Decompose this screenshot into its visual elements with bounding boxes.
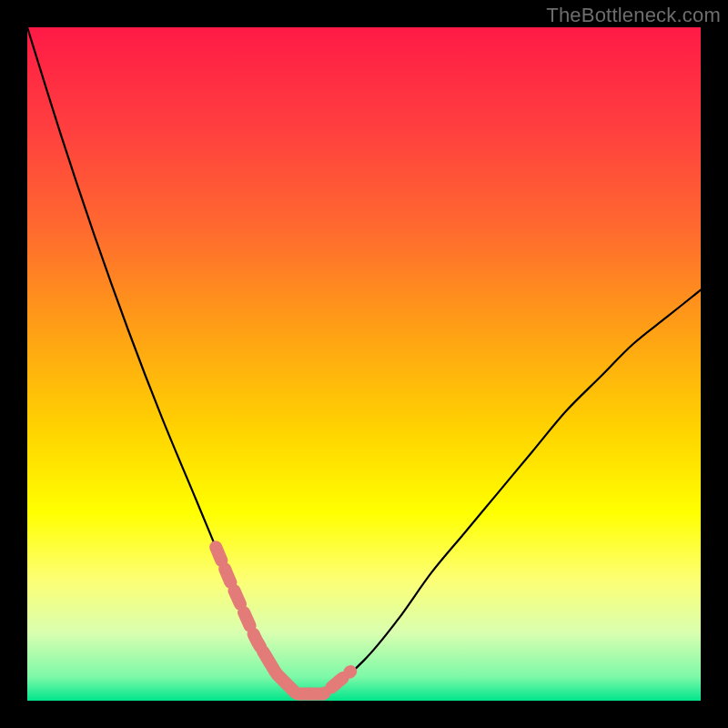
curve-layer [27, 27, 701, 701]
outer-frame: TheBottleneck.com [0, 0, 728, 728]
plot-area [27, 27, 701, 701]
highlight-segment [263, 652, 310, 694]
highlight-segment [310, 672, 350, 694]
highlight-group [216, 547, 350, 693]
highlight-segment [216, 547, 263, 651]
bottleneck-curve-path [27, 27, 701, 697]
watermark-text: TheBottleneck.com [546, 4, 721, 27]
